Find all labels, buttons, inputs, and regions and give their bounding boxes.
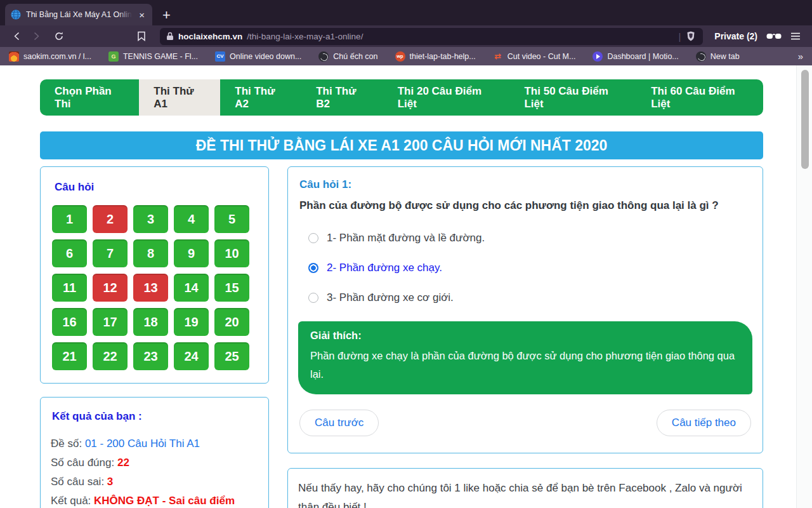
question-number-button-7[interactable]: 7 (93, 239, 128, 267)
question-number-button-9[interactable]: 9 (174, 239, 209, 267)
nav-tab-6[interactable]: Thi 50 Câu Điểm Liệt (509, 79, 636, 116)
question-number-button-3[interactable]: 3 (133, 205, 168, 233)
cv-icon: CV (215, 51, 225, 62)
answer-options: 1- Phần mặt đường và lề đường.2- Phần đư… (298, 232, 752, 304)
nav-tab-5[interactable]: Thi 20 Câu Điểm Liệt (383, 79, 510, 116)
bookmark-label: Online video down... (230, 52, 301, 61)
bookmark-label: Chú ếch con (333, 52, 377, 61)
bookmark-item-3[interactable]: CVOnline video down... (215, 51, 301, 62)
correct-count-row: Số câu đúng: 22 (51, 453, 258, 472)
question-number-button-14[interactable]: 14 (174, 274, 209, 302)
question-number-button-25[interactable]: 25 (214, 342, 249, 370)
tab-bar: Thi Bằng Lái Xe Máy A1 Online 2 × + (0, 0, 812, 25)
nav-tab-2[interactable]: Thi Thử A1 (139, 79, 220, 116)
answer-option-1[interactable]: 1- Phần mặt đường và lề đường. (308, 232, 752, 244)
wp-icon: wp (395, 51, 405, 62)
question-number-button-22[interactable]: 22 (93, 342, 128, 370)
tab-close-icon[interactable]: × (137, 9, 147, 21)
explanation-title: Giải thích: (310, 330, 740, 342)
answer-option-2[interactable]: 2- Phần đường xe chạy. (308, 262, 752, 274)
web-page: Chọn Phần ThiThi Thử A1Thi Thử A2Thi Thử… (0, 65, 812, 508)
bookmark-label: Dashboard | Motio... (607, 52, 678, 61)
question-number-button-4[interactable]: 4 (174, 205, 209, 233)
back-button[interactable] (8, 31, 27, 41)
radio-unselected-icon[interactable] (308, 233, 318, 243)
radio-unselected-icon[interactable] (308, 293, 318, 303)
answer-option-3[interactable]: 3- Phần đường xe cơ giới. (308, 291, 752, 304)
question-number-button-2[interactable]: 2 (93, 205, 128, 233)
private-glasses-icon (766, 32, 782, 40)
globe-icon (318, 51, 329, 62)
question-number-button-24[interactable]: 24 (174, 342, 209, 370)
browser-toolbar: hoclaixehcm.vn/thi-bang-lai-xe-may-a1-on… (0, 25, 812, 47)
private-window-label: Private (2) (714, 31, 757, 41)
question-number-button-11[interactable]: 11 (52, 274, 87, 302)
tennis-icon: G (108, 51, 119, 62)
question-number-button-12[interactable]: 12 (93, 274, 128, 302)
motion-icon (593, 51, 603, 62)
question-number-button-17[interactable]: 17 (93, 308, 128, 336)
bookmark-label: New tab (710, 52, 740, 61)
scrollbar-thumb[interactable] (801, 70, 809, 169)
exam-nav: Chọn Phần ThiThi Thử A1Thi Thử A2Thi Thử… (40, 79, 763, 116)
question-number-button-6[interactable]: 6 (52, 239, 87, 267)
bookmark-label: Cut video - Cut M... (508, 52, 576, 61)
url-bar[interactable]: hoclaixehcm.vn/thi-bang-lai-xe-may-a1-on… (160, 28, 703, 45)
brave-shield-icon[interactable] (685, 30, 697, 42)
question-label: Câu hỏi 1: (299, 178, 752, 191)
question-number-button-8[interactable]: 8 (133, 239, 168, 267)
bookmark-item-5[interactable]: wpthiet-lap-tab-help... (395, 51, 476, 62)
new-tab-button[interactable]: + (162, 8, 171, 22)
question-number-button-23[interactable]: 23 (133, 342, 168, 370)
result-value: KHÔNG ĐẠT - Sai câu điểm (94, 495, 235, 507)
question-number-button-21[interactable]: 21 (52, 342, 87, 370)
browser-tab[interactable]: Thi Bằng Lái Xe Máy A1 Online 2 × (5, 4, 152, 25)
question-number-button-16[interactable]: 16 (52, 308, 87, 336)
question-number-button-15[interactable]: 15 (214, 274, 249, 302)
previous-question-button[interactable]: Câu trước (299, 410, 379, 436)
bookmark-label: TENNIS GAME - Fl... (123, 52, 198, 61)
bookmark-item-6[interactable]: ⇄Cut video - Cut M... (493, 51, 576, 62)
page-scrollbar[interactable] (796, 65, 812, 508)
bookmark-item-7[interactable]: Dashboard | Motio... (593, 51, 678, 62)
nav-tab-4[interactable]: Thi Thử B2 (301, 79, 383, 116)
bookmarks-bar: saokim.com.vn / l...GTENNIS GAME - Fl...… (0, 47, 812, 65)
question-number-button-5[interactable]: 5 (214, 205, 249, 233)
bookmark-item-1[interactable]: saokim.com.vn / l... (9, 51, 91, 62)
exam-number-link[interactable]: 01 - 200 Câu Hỏi Thi A1 (85, 438, 200, 450)
question-number-button-18[interactable]: 18 (133, 308, 168, 336)
bookmark-item-8[interactable]: New tab (696, 51, 740, 62)
results-title: Kết quả của bạn : (52, 410, 258, 423)
result-row: Kết quả: KHÔNG ĐẠT - Sai câu điểm (51, 491, 258, 508)
exam-number-row: Đề số: 01 - 200 Câu Hỏi Thi A1 (51, 434, 258, 453)
answer-option-label: 3- Phần đường xe cơ giới. (327, 291, 454, 304)
share-panel: Nếu thấy hay, hãy cho chúng tôi 1 like h… (287, 468, 763, 508)
bookmark-item-4[interactable]: Chú ếch con (318, 51, 377, 62)
radio-selected-icon[interactable] (308, 263, 318, 273)
nav-tab-7[interactable]: Thi 60 Câu Điểm Liệt (636, 79, 763, 116)
reload-button[interactable] (49, 31, 69, 41)
nav-tab-1[interactable]: Chọn Phần Thi (40, 79, 139, 116)
bookmark-item-2[interactable]: GTENNIS GAME - Fl... (108, 51, 198, 62)
wrong-count-row: Số câu sai: 3 (51, 472, 258, 491)
globe-icon (696, 51, 706, 62)
bookmarks-button[interactable] (132, 31, 151, 41)
answer-option-label: 2- Phần đường xe chạy. (327, 262, 442, 274)
site-favicon-icon (11, 10, 21, 20)
nav-tab-3[interactable]: Thi Thử A2 (220, 79, 301, 116)
question-grid-title: Câu hỏi (55, 181, 258, 194)
forward-button[interactable] (27, 31, 46, 41)
question-number-button-1[interactable]: 1 (52, 205, 87, 233)
bookmarks-overflow-chevron[interactable]: » (798, 51, 803, 62)
question-number-button-19[interactable]: 19 (174, 308, 209, 336)
answer-option-label: 1- Phần mặt đường và lề đường. (327, 232, 485, 244)
next-question-button[interactable]: Câu tiếp theo (657, 410, 751, 436)
cut-icon: ⇄ (493, 51, 503, 62)
question-number-button-10[interactable]: 10 (214, 239, 249, 267)
question-text: Phần của đường bộ được sử dụng cho các p… (299, 197, 752, 213)
menu-icon[interactable] (790, 32, 801, 41)
question-number-button-13[interactable]: 13 (133, 274, 168, 302)
question-number-button-20[interactable]: 20 (214, 308, 249, 336)
page-banner-title: ĐỀ THI THỬ BẰNG LÁI XE A1 200 CÂU HỎI MỚ… (196, 137, 608, 154)
explanation-box: Giải thích: Phần đường xe chạy là phần c… (298, 321, 752, 394)
